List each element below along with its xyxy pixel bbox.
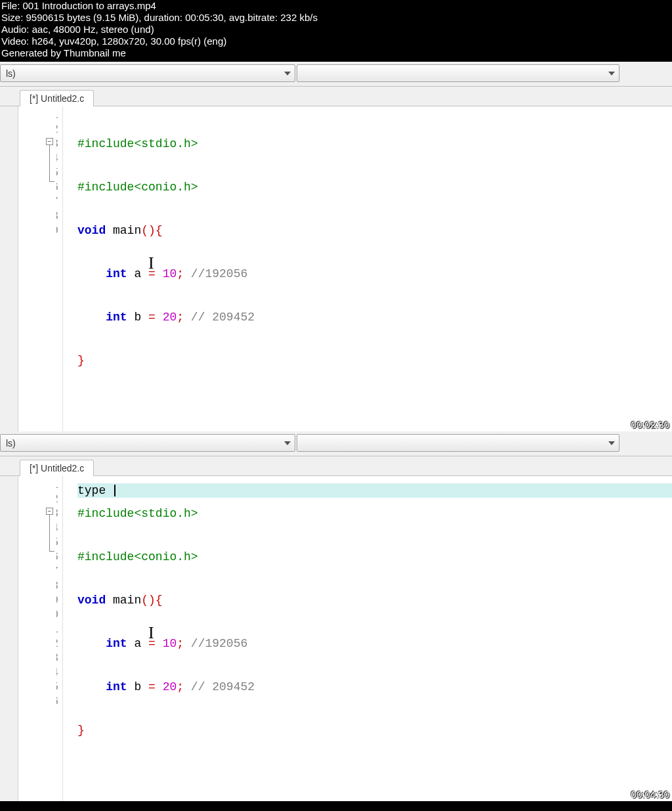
file-line: File: 001 Introduction to arrays.mp4 <box>1 0 671 12</box>
chevron-down-icon <box>284 72 291 76</box>
code-line: #include<stdio.h> <box>77 506 672 521</box>
code-line: } <box>77 723 672 737</box>
chevron-down-icon <box>608 72 615 76</box>
code-editor[interactable]: 1 2 3 4 5 6 7 8 9 10 11 12 13 14 15 16 −… <box>0 476 672 801</box>
file-tab[interactable]: [*] Untitled2.c <box>20 460 94 476</box>
code-line <box>77 766 672 781</box>
current-line-highlight <box>77 483 672 498</box>
video-metadata-header: File: 001 Introduction to arrays.mp4 Siz… <box>0 0 672 62</box>
code-line: type <box>77 483 672 498</box>
toolbar: ls) <box>0 62 672 87</box>
code-line: void main(){ <box>77 593 672 607</box>
fold-column: − <box>45 476 56 801</box>
generated-line: Generated by Thumbnail me <box>1 47 671 59</box>
tab-bar: [*] Untitled2.c <box>0 87 672 106</box>
timestamp-overlay: 00:02:30 <box>631 419 669 430</box>
editor-margin <box>0 106 18 431</box>
fold-column: − <box>45 106 56 431</box>
editor-margin <box>0 476 18 801</box>
thumbnail-frame-1: ls) [*] Untitled2.c 1 2 3 4 5 6 7 8 9 − <box>0 62 672 431</box>
video-line: Video: h264, yuv420p, 1280x720, 30.00 fp… <box>1 35 671 47</box>
code-line: #include<conio.h> <box>77 550 672 564</box>
code-editor[interactable]: 1 2 3 4 5 6 7 8 9 − #include<stdio.h> #i… <box>0 106 672 431</box>
code-line <box>77 397 672 411</box>
symbol-dropdown[interactable] <box>297 64 620 82</box>
code-line: int a = 10; //192056 <box>77 636 672 651</box>
code-line: int b = 20; // 209452 <box>77 310 672 324</box>
fold-toggle-icon[interactable]: − <box>46 508 53 515</box>
tab-bar: [*] Untitled2.c <box>0 456 672 476</box>
timestamp-overlay: 00:04:30 <box>631 789 669 800</box>
file-tab[interactable]: [*] Untitled2.c <box>20 90 94 106</box>
code-line: int a = 10; //192056 <box>77 267 672 281</box>
code-area[interactable]: #include<stdio.h> #include<conio.h> void… <box>63 106 672 431</box>
code-area[interactable]: #include<stdio.h> #include<conio.h> void… <box>63 476 672 801</box>
code-line: #include<conio.h> <box>77 180 672 194</box>
audio-line: Audio: aac, 48000 Hz, stereo (und) <box>1 24 671 35</box>
fold-toggle-icon[interactable]: − <box>46 138 53 145</box>
code-line: void main(){ <box>77 223 672 238</box>
size-line: Size: 9590615 bytes (9.15 MiB), duration… <box>1 12 671 24</box>
code-line <box>77 440 672 454</box>
dropdown-text: ls) <box>6 438 16 449</box>
code-line: #include<stdio.h> <box>77 137 672 151</box>
scope-dropdown[interactable]: ls) <box>0 64 295 82</box>
code-line: int b = 20; // 209452 <box>77 680 672 694</box>
dropdown-text: ls) <box>6 68 16 79</box>
text-cursor <box>114 485 116 496</box>
code-line: } <box>77 353 672 368</box>
